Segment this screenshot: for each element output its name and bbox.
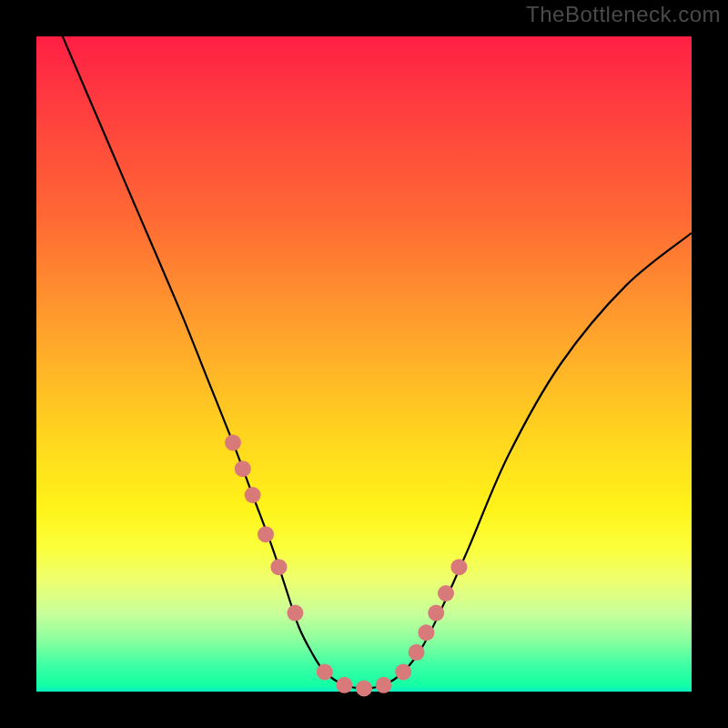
marker-dot (225, 434, 241, 450)
marker-dot (418, 624, 434, 641)
marker-dot (376, 677, 392, 693)
watermark-text: TheBottleneck.com (526, 2, 721, 27)
marker-dot (428, 605, 444, 622)
marker-dot (450, 559, 467, 575)
marker-dot (395, 663, 411, 680)
marker-dot (409, 644, 425, 661)
marker-dot (270, 559, 287, 575)
highlight-markers (225, 434, 467, 696)
marker-dot (287, 605, 303, 622)
plot-area (36, 36, 692, 692)
bottleneck-curve (63, 36, 692, 688)
marker-dot (336, 677, 352, 693)
marker-dot (438, 585, 454, 602)
marker-dot (235, 460, 251, 477)
chart-svg (36, 36, 692, 692)
marker-dot (356, 680, 372, 696)
marker-dot (258, 526, 274, 542)
marker-dot (245, 487, 261, 503)
chart-frame: TheBottleneck.com (0, 0, 728, 728)
marker-dot (317, 663, 333, 680)
